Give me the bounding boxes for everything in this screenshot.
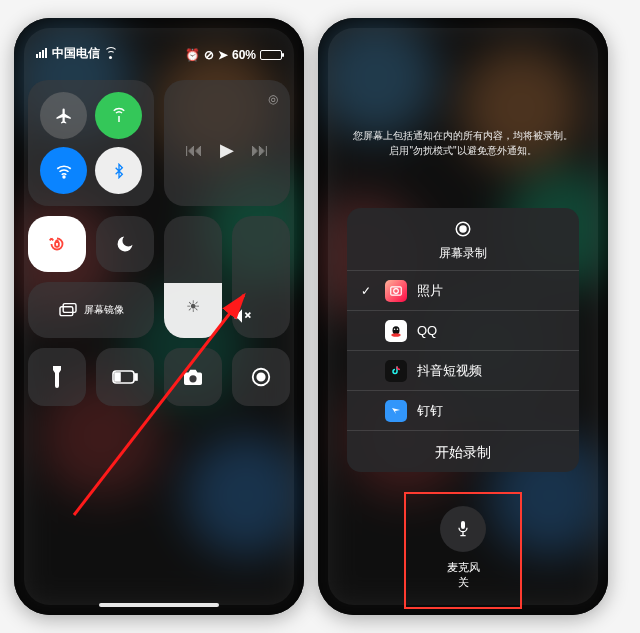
volume-slider[interactable]	[232, 216, 290, 338]
svg-point-14	[460, 226, 466, 232]
app-label: 照片	[417, 282, 443, 300]
phone-record-sheet: 您屏幕上包括通知在内的所有内容，均将被录制。 启用"勿扰模式"以避免意外通知。 …	[318, 18, 608, 615]
screen-mirroring-button[interactable]: 屏幕镜像	[28, 282, 154, 338]
microphone-icon	[455, 519, 471, 539]
sheet-header: 屏幕录制	[347, 208, 579, 270]
recording-warning: 您屏幕上包括通知在内的所有内容，均将被录制。 启用"勿扰模式"以避免意外通知。	[333, 128, 593, 158]
screen-record-button[interactable]	[232, 348, 290, 406]
app-option-dingtalk[interactable]: 钉钉	[347, 390, 579, 430]
svg-rect-2	[63, 304, 76, 313]
qq-app-icon	[385, 320, 407, 342]
rotation-lock-toggle[interactable]	[28, 216, 86, 272]
svg-rect-1	[55, 242, 59, 247]
flashlight-icon	[28, 348, 86, 406]
app-option-qq[interactable]: QQ	[347, 310, 579, 350]
media-tile[interactable]: ◎ ⏮ ▶ ⏭	[164, 80, 290, 206]
dingtalk-app-icon	[385, 400, 407, 422]
record-icon	[454, 224, 472, 241]
svg-rect-7	[135, 374, 137, 380]
svg-point-16	[394, 288, 399, 293]
volume-mute-icon	[232, 306, 290, 326]
svg-point-11	[257, 373, 264, 380]
screen-mirroring-icon	[58, 302, 78, 318]
antenna-icon	[110, 107, 128, 125]
app-option-photos[interactable]: ✓ 照片	[347, 270, 579, 310]
wifi-icon	[55, 162, 73, 180]
status-bar: 中国电信 ⏰ ⊘ ➤ 60%	[28, 18, 290, 66]
svg-point-18	[391, 333, 400, 337]
screen-mirroring-label: 屏幕镜像	[84, 303, 124, 317]
app-label: 钉钉	[417, 402, 443, 420]
rewind-button[interactable]: ⏮	[185, 140, 203, 161]
battery-icon	[260, 50, 282, 60]
wifi-toggle[interactable]	[40, 147, 87, 194]
svg-point-19	[394, 328, 396, 330]
record-icon	[232, 348, 290, 406]
sheet-title: 屏幕录制	[347, 245, 579, 262]
app-label: 抖音短视频	[417, 362, 482, 380]
forward-button[interactable]: ⏭	[251, 140, 269, 161]
phone-control-center: 中国电信 ⏰ ⊘ ➤ 60%	[14, 18, 304, 615]
bluetooth-toggle[interactable]	[95, 147, 142, 194]
app-label: QQ	[417, 323, 437, 338]
svg-rect-21	[461, 521, 465, 529]
do-not-disturb-toggle[interactable]	[96, 216, 154, 272]
svg-point-20	[397, 328, 399, 330]
connectivity-tile[interactable]	[28, 80, 154, 206]
svg-rect-8	[115, 373, 120, 381]
airplane-icon	[55, 107, 73, 125]
start-recording-button[interactable]: 开始录制	[347, 430, 579, 472]
low-power-button[interactable]	[96, 348, 154, 406]
airplay-icon[interactable]: ◎	[268, 92, 278, 106]
play-button[interactable]: ▶	[220, 139, 234, 161]
battery-pct: 60%	[232, 48, 256, 62]
svg-rect-3	[60, 307, 73, 316]
carrier-label: 中国电信	[52, 45, 100, 62]
microphone-toggle[interactable]	[440, 506, 486, 552]
microphone-toggle-highlight: 麦克风 关	[408, 496, 518, 605]
lock-rotation-icon: ⊘	[204, 48, 214, 62]
flashlight-button[interactable]	[28, 348, 86, 406]
home-indicator[interactable]	[99, 603, 219, 607]
record-destination-sheet: 屏幕录制 ✓ 照片 QQ 抖音短视频	[347, 208, 579, 472]
camera-button[interactable]	[164, 348, 222, 406]
svg-point-17	[393, 326, 400, 334]
photos-app-icon	[385, 280, 407, 302]
location-icon: ➤	[218, 48, 228, 62]
cellular-data-toggle[interactable]	[95, 92, 142, 139]
cellular-signal-icon	[36, 47, 48, 61]
alarm-icon: ⏰	[185, 48, 200, 62]
airplane-mode-toggle[interactable]	[40, 92, 87, 139]
bluetooth-icon	[111, 163, 127, 179]
douyin-app-icon	[385, 360, 407, 382]
svg-point-0	[63, 176, 65, 178]
app-option-douyin[interactable]: 抖音短视频	[347, 350, 579, 390]
moon-icon	[96, 216, 154, 272]
brightness-slider[interactable]: ☀	[164, 216, 222, 338]
checkmark-icon: ✓	[361, 284, 375, 298]
rotation-lock-icon	[28, 216, 86, 272]
brightness-icon: ☀	[164, 297, 222, 316]
svg-point-9	[189, 375, 196, 382]
wifi-icon	[104, 49, 117, 59]
mic-state: 关	[458, 576, 469, 588]
mic-label: 麦克风	[447, 561, 480, 573]
camera-icon	[164, 348, 222, 406]
battery-low-icon	[96, 348, 154, 406]
